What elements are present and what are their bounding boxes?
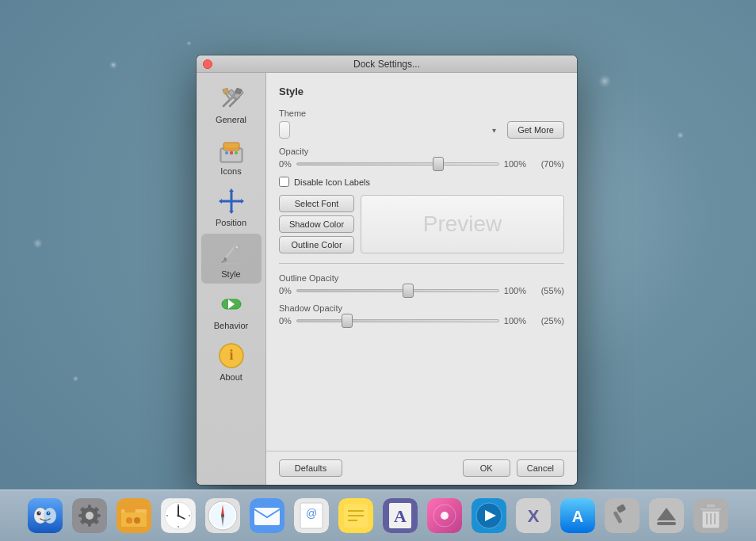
outline-color-button[interactable]: Outline Color [279,236,354,253]
svg-marker-19 [219,199,222,204]
opacity-label: Opacity [279,147,564,156]
dock-item-mail2[interactable]: @ [291,495,332,536]
disable-labels-checkbox[interactable] [279,177,289,187]
dialog-title: Dock Settings... [353,59,420,70]
dock-item-stacks[interactable] [113,495,155,536]
select-font-button[interactable]: Select Font [279,195,354,212]
theme-select-wrapper [279,121,501,139]
svg-rect-108 [700,508,722,511]
dock-item-appstore[interactable]: A [557,495,598,536]
outline-opacity-slider-track[interactable] [296,289,499,292]
svg-text:X: X [528,506,540,526]
svg-marker-20 [241,199,244,204]
shadow-opacity-slider-track[interactable] [296,319,499,322]
safari-icon [205,498,240,533]
style-section-title: Style [279,86,564,97]
svg-point-45 [86,512,94,520]
bottom-right-buttons: OK Cancel [463,459,564,477]
notes-icon [338,498,373,533]
xcode-icon [605,498,640,533]
svg-rect-12 [223,143,239,150]
svg-point-59 [134,517,140,524]
eject-icon [649,498,684,533]
stacks-icon [116,498,151,533]
clock-icon [161,498,196,533]
sidebar-item-about[interactable]: i About [201,337,262,387]
svg-point-13 [225,151,228,154]
close-button[interactable]: × [203,59,212,69]
dock-item-notes[interactable] [335,495,376,536]
dock-item-xcode[interactable] [601,495,643,536]
sidebar-item-position[interactable]: Position [201,182,262,232]
svg-rect-49 [96,514,101,517]
opacity-slider-track[interactable] [296,162,499,166]
dock-item-clock[interactable] [158,495,199,536]
dock-item-x[interactable]: X [513,495,554,536]
outline-opacity-slider-thumb[interactable] [403,284,414,298]
theme-label: Theme [279,109,564,118]
defaults-button[interactable]: Defaults [279,459,342,477]
shadow-opacity-slider-thumb[interactable] [342,314,353,328]
sidebar-item-style[interactable]: Style [201,234,262,284]
outline-opacity-value-label: (55%) [531,286,564,295]
svg-text:♪: ♪ [441,508,448,521]
get-more-button[interactable]: Get More [507,121,564,139]
font-buttons-group: Select Font Shadow Color Outline Color [279,195,354,253]
sidebar-item-icons[interactable]: Icons [201,131,262,181]
x-app-icon: X [516,498,551,533]
position-icon [217,187,246,215]
outline-opacity-min-label: 0% [279,286,292,295]
mail-icon [250,498,284,533]
sidebar-item-general[interactable]: General [201,79,262,129]
opacity-slider-row: 0% 100% (70%) [279,159,564,169]
svg-rect-100 [605,498,640,533]
dock-item-mail[interactable] [246,495,288,536]
sidebar-item-behavior-label: Behavior [214,321,248,330]
opacity-max-label: 100% [504,159,526,169]
svg-point-41 [39,512,40,514]
preview-text: Preview [423,211,502,237]
behavior-icon [217,290,246,318]
theme-select[interactable] [279,121,290,139]
dock-item-safari[interactable] [202,495,243,536]
addressbook-icon: @ [294,498,329,533]
system-prefs-icon [72,498,107,533]
sidebar-item-position-label: Position [216,218,246,227]
sidebar-item-about-label: About [220,372,242,382]
font-preview-row: Select Font Shadow Color Outline Color P… [279,195,564,253]
fontbook-icon: A [383,498,418,533]
dock-item-finder[interactable] [25,495,66,536]
dock-item-font-book[interactable]: A [380,495,421,536]
shadow-color-button[interactable]: Shadow Color [279,215,354,233]
quicktime-icon [472,498,506,533]
dock-item-trash[interactable] [690,495,731,536]
opacity-slider-thumb[interactable] [433,157,444,171]
outline-opacity-max-label: 100% [504,286,526,295]
divider-1 [279,263,564,264]
style-icon [217,238,246,267]
disable-labels-text: Disable Icon Labels [294,177,370,187]
opacity-min-label: 0% [279,159,292,169]
bottom-buttons: Defaults OK Cancel [266,451,577,485]
dock-item-eject[interactable] [646,495,687,536]
svg-rect-109 [706,504,716,508]
disable-labels-row: Disable Icon Labels [279,177,564,187]
cancel-button[interactable]: Cancel [517,459,564,477]
ok-button[interactable]: OK [463,459,510,477]
sidebar-item-behavior[interactable]: Behavior [201,285,262,335]
sidebar-item-icons-label: Icons [220,166,241,176]
dock-item-system-prefs[interactable] [69,495,110,536]
svg-rect-48 [78,514,83,517]
dock-item-itunes[interactable]: ♪ [424,495,465,536]
shadow-opacity-slider-row: 0% 100% (25%) [279,316,564,326]
dock-item-quicktime[interactable] [468,495,510,536]
icons-icon [217,135,246,164]
outline-opacity-slider-row: 0% 100% (55%) [279,286,564,295]
shadow-opacity-value-label: (25%) [531,316,564,326]
svg-point-42 [48,512,50,514]
preview-box: Preview [361,195,564,253]
dialog-window: × Dock Settings... [197,55,577,485]
sidebar-item-general-label: General [216,115,246,124]
outline-opacity-label: Outline Opacity [279,273,564,283]
svg-rect-14 [230,151,233,154]
